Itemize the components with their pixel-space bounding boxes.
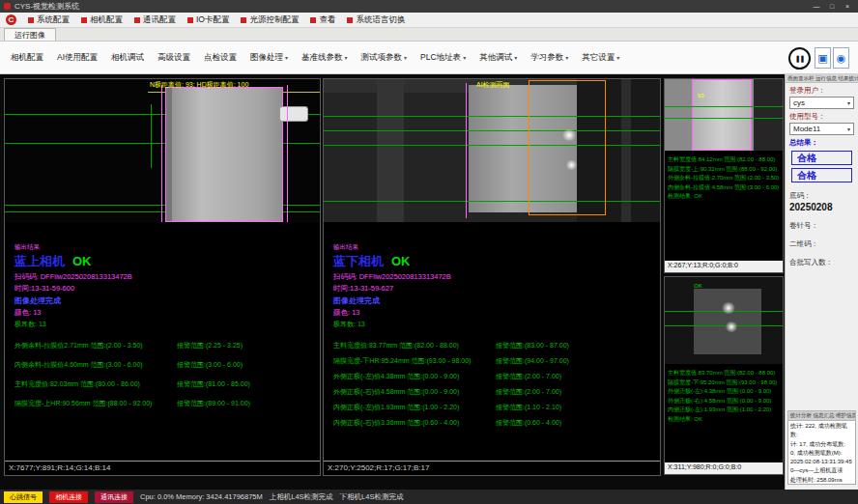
- measure-line-text: 外侧正极(-右):4.58mm 范围:(0.00 - 9.00): [668, 397, 780, 406]
- statistics-tabs[interactable]: 统计分析 信息汇总 维护信息: [787, 410, 856, 421]
- close-button[interactable]: ×: [841, 1, 854, 12]
- guide-line: [665, 106, 783, 107]
- stat-line: 统计: 222, 成功检测笔数:: [790, 422, 853, 440]
- stat-line: 0, 成功检测笔数(M):: [790, 449, 853, 458]
- measurement-row: 主料宽度值:82.03mm 范围:(80.00 - 86.00)报警范围:(81…: [14, 379, 316, 389]
- minimize-button[interactable]: —: [810, 1, 823, 12]
- chevron-down-icon: ▾: [285, 54, 288, 61]
- batch-label: 底码：: [786, 188, 858, 201]
- cursor-coords: X:270;Y:2502;R:17;G:17;B:17: [324, 461, 660, 475]
- menu-io-config[interactable]: IO卡配置: [187, 14, 229, 26]
- menu-camera-config[interactable]: 相机配置: [81, 14, 123, 26]
- total-result-label: 总结果：: [786, 135, 858, 148]
- measurement-row: 外侧正极(-左)值4.38mm 范围:(0.00 - 9.00)报警范围:(2.…: [333, 372, 656, 381]
- model-select[interactable]: Mode11 ▾: [789, 123, 854, 135]
- total-result-box-2: 合格: [791, 168, 852, 182]
- window-title: CYS-视觉检测系统: [14, 1, 79, 12]
- measure-line-text: 主料宽度值:84.12mm 范围:(82.00 - 88.00): [668, 155, 780, 165]
- color-line: 颜色: 13: [14, 308, 316, 318]
- status-bar: 心跳信号 相机连接 通讯连接 Cpu: 0.0% Memory: 3424.41…: [0, 490, 858, 504]
- aux-image-bottom[interactable]: OK: [665, 277, 783, 364]
- tab-run-image[interactable]: 运行图像: [4, 28, 56, 41]
- tool-plc-address[interactable]: PLC地址表▾: [414, 42, 472, 73]
- window-controls: — □ ×: [810, 1, 854, 12]
- menu-system-config[interactable]: 系统配置: [28, 14, 70, 26]
- measure-line-text: 隔膜宽度-上:90.32mm 范围:(88.00 - 92.00): [668, 165, 780, 175]
- pause-button[interactable]: ❚❚: [788, 47, 811, 70]
- process-status-line: 图像处理完成: [14, 295, 316, 306]
- result-ok-badge: OK: [391, 254, 411, 268]
- chevron-down-icon: ▾: [514, 54, 517, 61]
- measurement-row: 主料宽度值:83.77mm 范围:(82.00 - 88.00)报警范围:(83…: [333, 341, 656, 350]
- login-user-select[interactable]: cys ▾: [789, 97, 854, 109]
- upper-result-text: 输出结果 蓝上相机 OK 扫码码: DFFiiw2025020813313472…: [14, 243, 316, 408]
- guide-line: [324, 116, 660, 117]
- comm-link-badge: 通讯连接: [95, 491, 133, 503]
- aux-image-top[interactable]: 93: [665, 79, 783, 151]
- tool-image-processing[interactable]: 图像处理▾: [243, 42, 295, 73]
- tool-camera-config[interactable]: 相机配置: [4, 42, 50, 73]
- measure-line-text: 检测结果: OK: [668, 192, 780, 202]
- menu-language-switch[interactable]: 系统语言切换: [347, 14, 405, 26]
- write-count-label: 合批写入数：: [786, 255, 858, 267]
- heartbeat-badge: 心跳信号: [4, 491, 43, 503]
- lower-camera-image[interactable]: AI检测画面: [324, 79, 660, 222]
- guide-line: [324, 130, 660, 131]
- menu-view[interactable]: 查看: [310, 14, 335, 26]
- tool-spot-check[interactable]: 点检设置: [197, 42, 243, 73]
- tool-other-settings[interactable]: 其它设置▾: [575, 42, 626, 73]
- tool-learning-params[interactable]: 学习参数▾: [524, 42, 575, 73]
- chevron-down-icon: ▾: [404, 54, 407, 61]
- measure-line-text: 检测结果: OK: [668, 415, 780, 425]
- snapshot-button[interactable]: ▣: [815, 47, 831, 69]
- camera-name: 蓝上相机: [14, 253, 65, 270]
- dark-region: [754, 79, 783, 151]
- stat-line: 处理耗时: 258.09ms: [790, 476, 853, 485]
- menu-light-config[interactable]: 光源控制配置: [241, 14, 299, 26]
- measurement-row: 内侧正极(-左)值1.93mm 范围:(1.00 - 2.20)报警范围:(1.…: [333, 403, 656, 412]
- cursor-coords: X:311;Y:980;R:0;G:0;B:0: [665, 462, 783, 474]
- chevron-down-icon: ▾: [616, 54, 619, 61]
- menu-icon: [28, 17, 34, 23]
- needle-label: 卷针号：: [786, 218, 858, 231]
- menu-comm-config[interactable]: 通讯配置: [134, 14, 176, 26]
- measure-line-text: 主料宽度值:83.70mm 范围:(82.00 - 88.00): [668, 369, 780, 378]
- extra-line: 极耳数: 13: [14, 320, 316, 329]
- tool-other-debug[interactable]: 其他调试▾: [472, 42, 524, 73]
- tab-row: 运行图像: [0, 28, 858, 42]
- measure-line-text: 内侧余料-拉膜值:4.58mm 范围:(3.00 - 6.00): [668, 183, 780, 193]
- camera-result-title: 蓝上相机 OK: [14, 253, 316, 270]
- tool-advanced-settings[interactable]: 高级设置: [151, 42, 197, 73]
- measurement-row: 隔膜宽度-上HR:90.56mm 范围:(88.00 - 92.00)报警范围:…: [14, 399, 316, 408]
- measure-line-text: 外侧正极(-左):4.38mm 范围:(0.00 - 9.00): [668, 387, 780, 397]
- upper-camera-image[interactable]: N极距离值: 93; HD极距离值: 100: [5, 79, 320, 222]
- maximize-button[interactable]: □: [825, 1, 839, 12]
- cursor-coords: X:7677;Y:891;R:14;G:14;B:14: [5, 461, 320, 475]
- color-line: 颜色: 13: [333, 308, 656, 318]
- chevron-down-icon: ▾: [565, 54, 568, 61]
- measure-line-text: 内侧正极(-左):1.93mm 范围:(1.00 - 2.20): [668, 406, 780, 415]
- guide-line: [665, 118, 783, 119]
- record-button[interactable]: ◉: [833, 47, 849, 69]
- menu-icon: [310, 17, 316, 23]
- toolbar: 相机配置 AI使用配置 相机调试 高级设置 点检设置 图像处理▾ 基准线参数▾ …: [0, 42, 858, 74]
- product-region: [692, 79, 752, 151]
- aux-view-bottom: OK 主料宽度值:83.70mm 范围:(82.00 - 88.00) 隔膜宽度…: [664, 276, 784, 475]
- time-line: 时间:13-31-59-600: [14, 284, 316, 294]
- extra-line: 极耳数: 13: [333, 320, 656, 329]
- time-line: 时间:13-31-59-627: [333, 284, 656, 294]
- tool-baseline-params[interactable]: 基准线参数▾: [295, 42, 355, 73]
- guide-line: [324, 145, 660, 146]
- tool-camera-debug[interactable]: 相机调试: [104, 42, 151, 73]
- upper-camera-status: 上相机L4S检测完成: [270, 492, 333, 502]
- measurement-row: 外侧正极(-右)值4.58mm 范围:(0.00 - 9.00)报警范围:(2.…: [333, 387, 656, 397]
- product-edge: [166, 88, 172, 221]
- menu-icon: [187, 17, 193, 23]
- glare-spot: [721, 302, 736, 314]
- chevron-down-icon: ▾: [847, 126, 850, 132]
- stat-line: 2025:02:08-13:31:39:45: [790, 458, 853, 466]
- tool-test-params[interactable]: 测试项参数▾: [355, 42, 415, 73]
- measure-line-text: 外侧余料-拉膜值:2.70mm 范围:(2.00 - 3.50): [668, 174, 780, 183]
- result-tag: 输出结果: [333, 243, 656, 252]
- tool-ai-config[interactable]: AI使用配置: [50, 42, 104, 73]
